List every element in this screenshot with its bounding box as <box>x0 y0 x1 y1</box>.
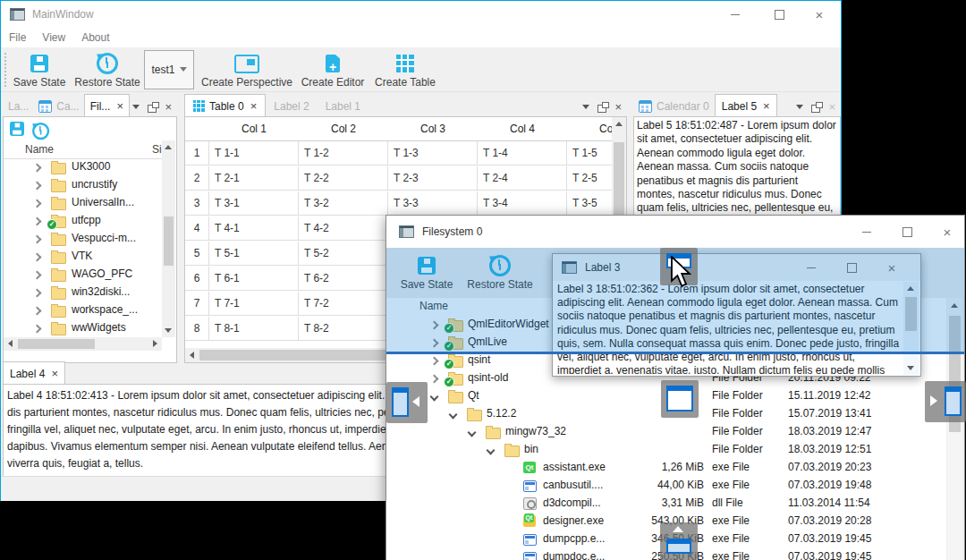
toolbar-drag-handle[interactable] <box>4 52 7 88</box>
chevron-right-icon[interactable] <box>33 253 42 262</box>
column-header[interactable]: Col 3 <box>388 117 479 141</box>
table-cell[interactable]: T 3-3 <box>388 191 478 216</box>
chevron-down-icon[interactable] <box>430 393 439 402</box>
chevron-right-icon[interactable] <box>430 357 439 366</box>
tree-item[interactable]: Vespucci-m... <box>4 230 162 248</box>
table-cell[interactable]: T 3-1 <box>209 191 299 216</box>
tab-calendar0[interactable]: Calendar 0 <box>633 96 715 117</box>
table-cell[interactable]: T 7-1 <box>209 292 299 316</box>
menu-view[interactable]: View <box>34 31 73 44</box>
close-button[interactable]: × <box>934 220 961 243</box>
column-header[interactable]: Col 5 <box>567 117 612 141</box>
chevron-down-icon[interactable] <box>487 446 496 455</box>
detach-icon[interactable] <box>148 105 157 113</box>
mini-restore-icon[interactable] <box>32 123 49 140</box>
drop-indicator-right[interactable] <box>925 381 966 422</box>
tree-item[interactable]: VTK <box>4 248 162 266</box>
table-cell[interactable]: T 8-2 <box>299 317 388 341</box>
tree-header-name[interactable]: Name <box>25 143 54 156</box>
table-cell[interactable]: T 8-1 <box>209 317 299 341</box>
maximize-button[interactable] <box>894 220 920 243</box>
table-cell[interactable]: T 1-5 <box>567 141 612 165</box>
chevron-right-icon[interactable] <box>33 307 42 316</box>
close-button[interactable]: × <box>806 3 833 26</box>
table-cell[interactable]: T 2-5 <box>567 166 612 191</box>
table-cell[interactable]: T 4-1 <box>209 216 299 241</box>
table-cell[interactable]: T 2-3 <box>388 166 478 191</box>
table-cell[interactable]: T 5-1 <box>209 242 299 266</box>
close-tab-icon[interactable]: × <box>116 99 123 113</box>
tree-header[interactable]: Name Siz <box>4 140 162 159</box>
minimize-button[interactable] <box>853 220 880 243</box>
table-cell[interactable]: T 2-2 <box>299 166 388 191</box>
table-cell[interactable]: T 6-2 <box>299 267 388 291</box>
menu-about[interactable]: About <box>73 31 117 44</box>
chevron-right-icon[interactable] <box>33 325 42 334</box>
drop-indicator-bottom[interactable] <box>660 522 698 560</box>
maximize-button[interactable] <box>766 3 792 26</box>
create-perspective-button[interactable]: Create Perspective <box>199 51 294 89</box>
close-dock-icon[interactable]: × <box>165 100 172 114</box>
close-tab-icon[interactable]: × <box>763 99 770 113</box>
table-cell[interactable]: T 5-2 <box>299 242 388 266</box>
menu-file[interactable]: File <box>1 31 34 44</box>
fs-tree-row[interactable]: Qtassistant.exe1,26 MiBexe File07.03.201… <box>386 459 946 477</box>
chevron-right-icon[interactable] <box>33 199 42 208</box>
tree-item[interactable]: WAGO_PFC <box>4 266 162 284</box>
tab-filesystem[interactable]: Fil...× <box>84 94 130 117</box>
chevron-right-icon[interactable] <box>33 182 42 191</box>
table-cell[interactable]: T 1-4 <box>478 141 567 165</box>
column-header[interactable]: Col 1 <box>209 117 300 141</box>
table-cell[interactable]: T 3-4 <box>478 191 567 216</box>
mini-save-icon[interactable] <box>10 122 24 136</box>
column-header[interactable]: Col 4 <box>478 117 568 141</box>
tree-item[interactable]: uncrustify <box>4 176 162 194</box>
tab-list-dropdown-icon[interactable] <box>582 105 589 113</box>
close-dock-icon[interactable]: × <box>614 100 622 114</box>
tab-list-dropdown-icon[interactable] <box>796 105 803 113</box>
tab-label5[interactable]: Label 5 × <box>715 94 777 117</box>
detach-icon[interactable] <box>597 105 606 113</box>
fs-tree-row[interactable]: d3dcompil...3,31 MiBdll File11.03.2014 1… <box>386 495 946 513</box>
left-tree-vscrollbar[interactable] <box>162 140 175 337</box>
tab-label0[interactable]: La... <box>3 96 34 117</box>
tab-calendar[interactable]: Ca... <box>34 96 83 117</box>
drop-indicator-left[interactable] <box>386 382 428 423</box>
main-titlebar[interactable]: MainWindow × <box>1 1 841 28</box>
tab-label4[interactable]: Label 4 × <box>3 361 65 385</box>
drop-indicator-center[interactable] <box>661 380 699 418</box>
restore-state-button[interactable]: Restore State <box>71 51 144 89</box>
close-tab-icon[interactable]: × <box>250 99 258 113</box>
tree-item[interactable]: workspace_... <box>4 301 162 319</box>
chevron-down-icon[interactable] <box>468 428 477 437</box>
save-state-button[interactable]: Save State <box>12 51 67 89</box>
table-cell[interactable]: T 3-5 <box>567 191 612 216</box>
chevron-right-icon[interactable] <box>33 217 42 226</box>
fs-tree-row[interactable]: mingw73_32File Folder18.03.2019 12:47 <box>386 423 946 441</box>
table-cell[interactable]: T 3-2 <box>299 191 388 216</box>
tree-item[interactable]: ✓utfcpp <box>4 212 162 230</box>
close-tab-icon[interactable]: × <box>51 367 58 380</box>
create-editor-button[interactable]: Create Editor <box>300 51 366 89</box>
column-header[interactable]: Col 2 <box>299 117 389 141</box>
fs-tree-row[interactable]: binFile Folder18.03.2019 12:51 <box>386 441 946 459</box>
tab-table0[interactable]: Table 0 × <box>184 94 266 117</box>
table-cell[interactable]: T 2-1 <box>209 166 299 191</box>
perspective-combobox[interactable]: test1 <box>144 50 194 89</box>
chevron-right-icon[interactable] <box>33 164 42 173</box>
left-tree-hscrollbar[interactable] <box>4 337 162 351</box>
minimize-button[interactable] <box>722 3 749 26</box>
chevron-right-icon[interactable] <box>430 375 439 384</box>
fs-tree-row[interactable]: canbusutil....44,00 KiBexe File07.03.201… <box>386 477 946 495</box>
chevron-down-icon[interactable] <box>449 411 458 420</box>
tab-label1[interactable]: Label 1 <box>318 96 369 117</box>
table-cell[interactable]: T 1-3 <box>388 141 478 165</box>
tree-item[interactable]: UK3000 <box>4 158 162 176</box>
chevron-right-icon[interactable] <box>33 235 42 244</box>
create-table-button[interactable]: Create Table <box>371 51 439 89</box>
tree-item[interactable]: wwWidgets <box>4 319 162 337</box>
chevron-right-icon[interactable] <box>33 271 42 280</box>
tree-item[interactable]: UniversalIn... <box>4 194 162 212</box>
table-cell[interactable]: T 1-1 <box>209 141 299 165</box>
chevron-right-icon[interactable] <box>33 289 42 298</box>
